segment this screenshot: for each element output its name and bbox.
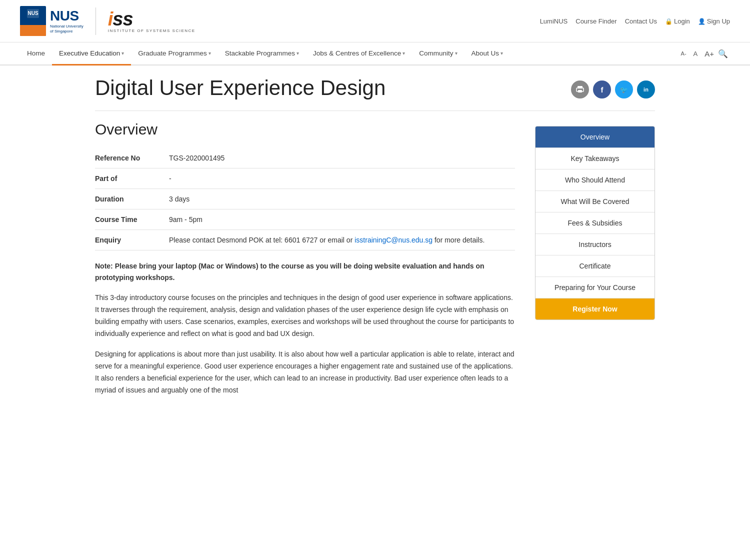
iss-logo: iss Institute of Systems Science: [108, 10, 196, 33]
caret-icon: ▾: [208, 50, 211, 56]
course-time-value: 9am - 5pm: [165, 210, 515, 230]
enquiry-email[interactable]: isstrainingC@nus.edu.sg: [354, 236, 432, 244]
content-layout: Overview Reference No TGS-2020001495 Par…: [95, 121, 655, 405]
ref-value: TGS-2020001495: [165, 148, 515, 168]
nus-logo: NUS NUS National Universityof Singapore: [20, 6, 84, 36]
font-large-button[interactable]: A+: [702, 48, 716, 59]
caret-icon: ▾: [455, 50, 458, 56]
page-title: Digital User Experience Design: [95, 76, 386, 100]
top-links: LumiNUS Course Finder Contact Us 🔒Login …: [540, 18, 730, 25]
nav-stackable[interactable]: Stackable Programmes ▾: [218, 42, 306, 66]
sidebar-nav: OverviewKey TakeawaysWho Should AttendWh…: [535, 126, 655, 320]
enquiry-text2: for more details.: [432, 236, 484, 244]
lock-icon: 🔒: [665, 18, 672, 25]
info-table: Reference No TGS-2020001495 Part of - Du…: [95, 148, 515, 250]
logo-divider: [96, 8, 96, 35]
luminus-link[interactable]: LumiNUS: [540, 18, 568, 25]
logo-area: NUS NUS National Universityof Singapore …: [20, 6, 196, 36]
enquiry-value: Please contact Desmond POK at tel: 6601 …: [165, 230, 515, 250]
print-button[interactable]: [571, 80, 589, 98]
nus-text: NUS National Universityof Singapore: [50, 8, 84, 34]
main-wrapper: Digital User Experience Design f 🐦 in Ov…: [75, 66, 675, 416]
svg-text:NUS: NUS: [28, 10, 38, 16]
course-finder-link[interactable]: Course Finder: [576, 18, 616, 25]
nav-jobs-centres[interactable]: Jobs & Centres of Excellence ▾: [306, 42, 412, 66]
font-controls: A- A A+: [679, 48, 716, 59]
note-block: Note: Please bring your laptop (Mac or W…: [95, 260, 515, 283]
body-text-2: Designing for applications is about more…: [95, 348, 515, 396]
font-small-button[interactable]: A-: [679, 50, 688, 58]
sidebar-nav-item-3[interactable]: What Will Be Covered: [536, 191, 654, 212]
search-button[interactable]: 🔍: [716, 47, 730, 60]
sidebar-nav-item-5[interactable]: Instructors: [536, 234, 654, 256]
nav-executive-ed[interactable]: Executive Education ▾: [52, 42, 131, 66]
enquiry-text1: Please contact Desmond POK at tel: 6601 …: [169, 236, 354, 244]
caret-icon: ▾: [402, 50, 405, 56]
sidebar-nav-item-2[interactable]: Who Should Attend: [536, 170, 654, 191]
duration-value: 3 days: [165, 189, 515, 210]
svg-rect-4: [578, 90, 582, 92]
body-text-1: This 3-day introductory course focuses o…: [95, 292, 515, 340]
overview-title: Overview: [95, 121, 515, 138]
partof-label: Part of: [95, 168, 165, 189]
duration-label: Duration: [95, 189, 165, 210]
nav-about-us[interactable]: About Us ▾: [464, 42, 510, 66]
login-link[interactable]: 🔒Login: [665, 18, 690, 25]
top-bar: NUS NUS National Universityof Singapore …: [0, 0, 750, 42]
signup-link[interactable]: 👤Sign Up: [698, 18, 730, 25]
nav-bar: Home Executive Education ▾ Graduate Prog…: [0, 42, 750, 66]
caret-icon: ▾: [122, 50, 124, 56]
linkedin-button[interactable]: in: [637, 80, 655, 98]
caret-icon: ▾: [500, 50, 503, 56]
sidebar-nav-item-6[interactable]: Certificate: [536, 256, 654, 277]
sidebar-nav-item-1[interactable]: Key Takeaways: [536, 148, 654, 170]
ref-label: Reference No: [95, 148, 165, 168]
twitter-button[interactable]: 🐦: [615, 80, 633, 98]
page-header: Digital User Experience Design f 🐦 in: [95, 76, 655, 111]
nav-graduate[interactable]: Graduate Programmes ▾: [131, 42, 218, 66]
content-sidebar: OverviewKey TakeawaysWho Should AttendWh…: [535, 121, 655, 405]
social-icons: f 🐦 in: [571, 80, 655, 98]
register-now-button[interactable]: Register Now: [536, 298, 654, 320]
table-row: Enquiry Please contact Desmond POK at te…: [95, 230, 515, 250]
partof-value: -: [165, 168, 515, 189]
font-medium-button[interactable]: A: [692, 49, 700, 58]
sidebar-nav-item-7[interactable]: Preparing for Your Course: [536, 277, 654, 298]
sidebar-nav-item-0[interactable]: Overview: [536, 126, 654, 148]
caret-icon: ▾: [296, 50, 299, 56]
course-time-label: Course Time: [95, 210, 165, 230]
table-row: Reference No TGS-2020001495: [95, 148, 515, 168]
nus-shield-icon: NUS: [20, 6, 46, 36]
contact-us-link[interactable]: Contact Us: [625, 18, 657, 25]
enquiry-label: Enquiry: [95, 230, 165, 250]
sidebar-nav-item-4[interactable]: Fees & Subsidies: [536, 212, 654, 234]
nav-home[interactable]: Home: [20, 42, 52, 66]
content-main: Overview Reference No TGS-2020001495 Par…: [95, 121, 515, 405]
nav-community[interactable]: Community ▾: [412, 42, 464, 66]
table-row: Part of -: [95, 168, 515, 189]
user-icon: 👤: [698, 18, 706, 25]
table-row: Duration 3 days: [95, 189, 515, 210]
table-row: Course Time 9am - 5pm: [95, 210, 515, 230]
facebook-button[interactable]: f: [593, 80, 611, 98]
